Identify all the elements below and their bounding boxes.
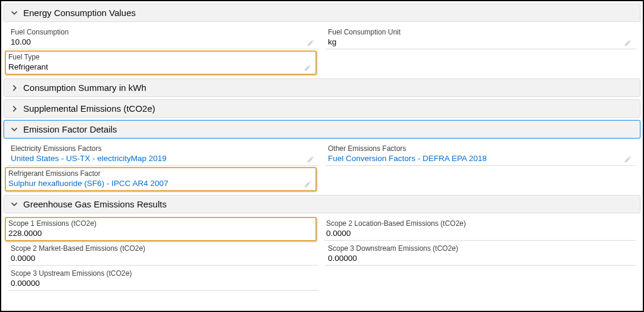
section-header-supplemental[interactable]: Supplemental Emissions (tCO2e) <box>4 99 640 118</box>
section-header-emission-factor[interactable]: Emission Factor Details <box>4 120 640 138</box>
chevron-down-icon <box>10 200 18 209</box>
pencil-icon[interactable] <box>624 155 632 163</box>
highlight-fuel-type: Fuel Type Refrigerant <box>5 51 317 75</box>
pencil-icon[interactable] <box>307 39 315 47</box>
section-body-energy: Fuel Consumption 10.00 Fuel Consumption … <box>4 23 640 78</box>
field-label-scope2-loc: Scope 2 Location-Based Emissions (tCO2e) <box>324 218 636 228</box>
section-header-consumption-summary[interactable]: Consumption Summary in kWh <box>4 78 640 97</box>
field-value-scope3-down: 0.00000 <box>326 253 636 266</box>
chevron-down-icon <box>10 9 18 17</box>
pencil-icon[interactable] <box>624 39 632 47</box>
chevron-down-icon <box>10 125 18 134</box>
field-label-other-factors: Other Emissions Factors <box>326 143 636 153</box>
field-value-scope2-mkt: 0.0000 <box>8 253 318 266</box>
chevron-right-icon <box>10 84 18 92</box>
section-body-ghg: Scope 1 Emissions (tCO2e) 228.0000 Scope… <box>4 215 640 295</box>
highlight-scope1: Scope 1 Emissions (tCO2e) 228.0000 <box>5 217 317 241</box>
field-value-scope1: 228.0000 <box>6 228 315 240</box>
field-value-scope3-up: 0.00000 <box>8 278 318 291</box>
field-value-scope2-loc: 0.0000 <box>324 228 636 241</box>
link-electricity-factors[interactable]: United States - US-TX - electricityMap 2… <box>11 154 167 163</box>
section-title: Emission Factor Details <box>23 124 117 134</box>
section-title: Consumption Summary in kWh <box>23 83 146 93</box>
section-title: Greenhouse Gas Emissions Results <box>23 199 167 209</box>
field-value-refrigerant-factor[interactable]: Sulphur hexafluoride (SF6) - IPCC AR4 20… <box>6 178 315 190</box>
field-label-scope3-down: Scope 3 Downstream Emissions (tCO2e) <box>326 243 636 253</box>
pencil-icon[interactable] <box>304 64 312 72</box>
field-label-fuel-consumption-unit: Fuel Consumption Unit <box>326 27 636 36</box>
field-label-electricity-factors: Electricity Emissions Factors <box>8 143 318 153</box>
section-title: Supplemental Emissions (tCO2e) <box>23 103 155 114</box>
field-value-fuel-consumption[interactable]: 10.00 <box>8 36 318 49</box>
section-title: Energy Consumption Values <box>23 8 136 18</box>
field-label-fuel-consumption: Fuel Consumption <box>8 27 318 36</box>
field-label-refrigerant-factor: Refrigerant Emissions Factor <box>6 168 315 178</box>
link-refrigerant-factor[interactable]: Sulphur hexafluoride (SF6) - IPCC AR4 20… <box>8 179 168 188</box>
pencil-icon[interactable] <box>304 180 312 188</box>
field-label-scope3-up: Scope 3 Upstream Emissions (tCO2e) <box>8 268 318 278</box>
page-container: Energy Consumption Values Fuel Consumpti… <box>0 0 644 312</box>
field-value-other-factors[interactable]: Fuel Conversion Factors - DEFRA EPA 2018 <box>326 153 636 166</box>
section-header-energy[interactable]: Energy Consumption Values <box>4 4 640 22</box>
link-other-factors[interactable]: Fuel Conversion Factors - DEFRA EPA 2018 <box>328 154 487 163</box>
highlight-refrigerant-factor: Refrigerant Emissions Factor Sulphur hex… <box>5 167 317 191</box>
chevron-right-icon <box>10 105 18 113</box>
section-header-ghg[interactable]: Greenhouse Gas Emissions Results <box>4 195 640 213</box>
field-value-electricity-factors[interactable]: United States - US-TX - electricityMap 2… <box>8 153 318 166</box>
field-label-fuel-type: Fuel Type <box>6 52 315 61</box>
section-body-emission-factor: Electricity Emissions Factors United Sta… <box>4 140 640 195</box>
field-value-fuel-type[interactable]: Refrigerant <box>6 61 315 74</box>
field-value-fuel-consumption-unit[interactable]: kg <box>326 36 636 49</box>
field-label-scope1: Scope 1 Emissions (tCO2e) <box>6 218 315 228</box>
pencil-icon[interactable] <box>307 155 315 163</box>
field-label-scope2-mkt: Scope 2 Market-Based Emissions (tCO2e) <box>8 243 318 253</box>
